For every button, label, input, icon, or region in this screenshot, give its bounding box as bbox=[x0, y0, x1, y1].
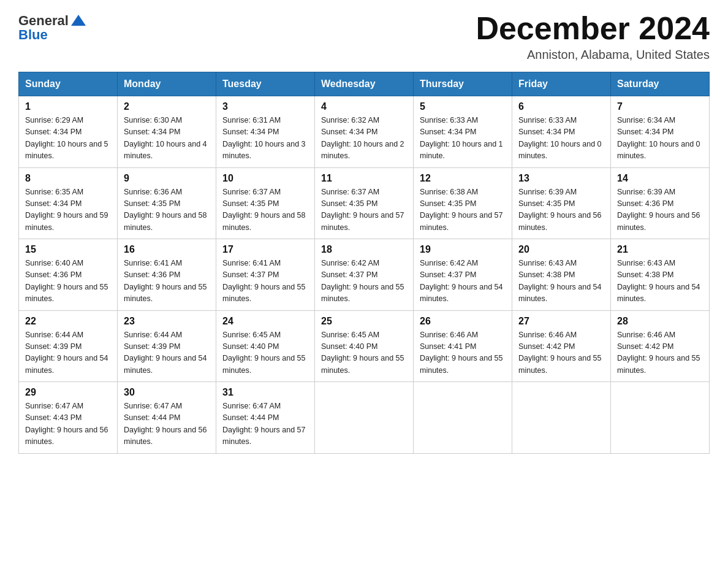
day-number: 22 bbox=[25, 316, 111, 327]
day-number: 14 bbox=[617, 173, 703, 184]
day-number: 17 bbox=[222, 244, 308, 255]
day-info: Sunrise: 6:29 AMSunset: 4:34 PMDaylight:… bbox=[25, 115, 111, 163]
day-info: Sunrise: 6:33 AMSunset: 4:34 PMDaylight:… bbox=[420, 115, 506, 163]
calendar-cell: 21Sunrise: 6:43 AMSunset: 4:38 PMDayligh… bbox=[611, 239, 710, 311]
day-info: Sunrise: 6:45 AMSunset: 4:40 PMDaylight:… bbox=[222, 329, 308, 377]
month-year-title: December 2024 bbox=[476, 12, 710, 44]
day-info: Sunrise: 6:34 AMSunset: 4:34 PMDaylight:… bbox=[617, 115, 703, 163]
calendar-cell: 11Sunrise: 6:37 AMSunset: 4:35 PMDayligh… bbox=[315, 167, 414, 239]
day-info: Sunrise: 6:40 AMSunset: 4:36 PMDaylight:… bbox=[25, 258, 111, 305]
calendar-cell: 30Sunrise: 6:47 AMSunset: 4:44 PMDayligh… bbox=[118, 382, 216, 454]
day-info: Sunrise: 6:38 AMSunset: 4:35 PMDaylight:… bbox=[420, 186, 506, 234]
day-info: Sunrise: 6:43 AMSunset: 4:38 PMDaylight:… bbox=[617, 258, 703, 305]
calendar-cell: 10Sunrise: 6:37 AMSunset: 4:35 PMDayligh… bbox=[216, 167, 315, 239]
day-info: Sunrise: 6:44 AMSunset: 4:39 PMDaylight:… bbox=[124, 329, 210, 377]
day-number: 20 bbox=[518, 244, 604, 255]
title-area: December 2024 Anniston, Alabama, United … bbox=[476, 12, 710, 62]
day-info: Sunrise: 6:39 AMSunset: 4:36 PMDaylight:… bbox=[617, 186, 703, 234]
calendar-cell: 13Sunrise: 6:39 AMSunset: 4:35 PMDayligh… bbox=[512, 167, 611, 239]
day-number: 31 bbox=[222, 387, 308, 398]
svg-marker-0 bbox=[71, 15, 86, 26]
calendar-cell: 27Sunrise: 6:46 AMSunset: 4:42 PMDayligh… bbox=[512, 310, 611, 382]
day-info: Sunrise: 6:42 AMSunset: 4:37 PMDaylight:… bbox=[321, 258, 407, 305]
column-header-saturday: Saturday bbox=[611, 72, 710, 96]
week-row-3: 15Sunrise: 6:40 AMSunset: 4:36 PMDayligh… bbox=[19, 239, 710, 311]
column-header-friday: Friday bbox=[512, 72, 611, 96]
day-number: 13 bbox=[518, 173, 604, 184]
day-info: Sunrise: 6:31 AMSunset: 4:34 PMDaylight:… bbox=[222, 115, 308, 163]
day-info: Sunrise: 6:32 AMSunset: 4:34 PMDaylight:… bbox=[321, 115, 407, 163]
week-row-5: 29Sunrise: 6:47 AMSunset: 4:43 PMDayligh… bbox=[19, 382, 710, 454]
day-info: Sunrise: 6:43 AMSunset: 4:38 PMDaylight:… bbox=[518, 258, 604, 305]
day-info: Sunrise: 6:45 AMSunset: 4:40 PMDaylight:… bbox=[321, 329, 407, 377]
logo: General Blue bbox=[18, 12, 87, 43]
header: General Blue December 2024 Anniston, Ala… bbox=[18, 12, 710, 62]
day-number: 2 bbox=[124, 101, 210, 112]
day-info: Sunrise: 6:35 AMSunset: 4:34 PMDaylight:… bbox=[25, 186, 111, 234]
calendar-cell: 24Sunrise: 6:45 AMSunset: 4:40 PMDayligh… bbox=[216, 310, 315, 382]
day-number: 19 bbox=[420, 244, 506, 255]
day-number: 10 bbox=[222, 173, 308, 184]
day-info: Sunrise: 6:33 AMSunset: 4:34 PMDaylight:… bbox=[518, 115, 604, 163]
day-info: Sunrise: 6:37 AMSunset: 4:35 PMDaylight:… bbox=[321, 186, 407, 234]
logo-icon bbox=[70, 12, 87, 29]
calendar-cell: 5Sunrise: 6:33 AMSunset: 4:34 PMDaylight… bbox=[414, 96, 512, 168]
calendar-cell: 12Sunrise: 6:38 AMSunset: 4:35 PMDayligh… bbox=[414, 167, 512, 239]
location-subtitle: Anniston, Alabama, United States bbox=[476, 48, 710, 62]
day-number: 21 bbox=[617, 244, 703, 255]
day-number: 28 bbox=[617, 316, 703, 327]
column-header-thursday: Thursday bbox=[414, 72, 512, 96]
day-info: Sunrise: 6:47 AMSunset: 4:44 PMDaylight:… bbox=[124, 400, 210, 448]
calendar-cell: 7Sunrise: 6:34 AMSunset: 4:34 PMDaylight… bbox=[611, 96, 710, 168]
calendar-cell bbox=[315, 382, 414, 454]
calendar-header-row: SundayMondayTuesdayWednesdayThursdayFrid… bbox=[19, 72, 710, 96]
day-info: Sunrise: 6:42 AMSunset: 4:37 PMDaylight:… bbox=[420, 258, 506, 305]
day-number: 25 bbox=[321, 316, 407, 327]
calendar-cell: 9Sunrise: 6:36 AMSunset: 4:35 PMDaylight… bbox=[118, 167, 216, 239]
day-info: Sunrise: 6:37 AMSunset: 4:35 PMDaylight:… bbox=[222, 186, 308, 234]
calendar-cell: 20Sunrise: 6:43 AMSunset: 4:38 PMDayligh… bbox=[512, 239, 611, 311]
day-number: 18 bbox=[321, 244, 407, 255]
calendar-cell: 15Sunrise: 6:40 AMSunset: 4:36 PMDayligh… bbox=[19, 239, 118, 311]
day-number: 4 bbox=[321, 101, 407, 112]
day-info: Sunrise: 6:36 AMSunset: 4:35 PMDaylight:… bbox=[124, 186, 210, 234]
day-info: Sunrise: 6:41 AMSunset: 4:37 PMDaylight:… bbox=[222, 258, 308, 305]
calendar-cell: 22Sunrise: 6:44 AMSunset: 4:39 PMDayligh… bbox=[19, 310, 118, 382]
day-info: Sunrise: 6:47 AMSunset: 4:43 PMDaylight:… bbox=[25, 400, 111, 448]
calendar-cell: 29Sunrise: 6:47 AMSunset: 4:43 PMDayligh… bbox=[19, 382, 118, 454]
day-number: 29 bbox=[25, 387, 111, 398]
day-number: 30 bbox=[124, 387, 210, 398]
column-header-tuesday: Tuesday bbox=[216, 72, 315, 96]
calendar-cell: 3Sunrise: 6:31 AMSunset: 4:34 PMDaylight… bbox=[216, 96, 315, 168]
day-number: 24 bbox=[222, 316, 308, 327]
calendar-cell: 16Sunrise: 6:41 AMSunset: 4:36 PMDayligh… bbox=[118, 239, 216, 311]
calendar-cell: 28Sunrise: 6:46 AMSunset: 4:42 PMDayligh… bbox=[611, 310, 710, 382]
day-info: Sunrise: 6:44 AMSunset: 4:39 PMDaylight:… bbox=[25, 329, 111, 377]
calendar-cell: 6Sunrise: 6:33 AMSunset: 4:34 PMDaylight… bbox=[512, 96, 611, 168]
day-info: Sunrise: 6:46 AMSunset: 4:42 PMDaylight:… bbox=[617, 329, 703, 377]
day-number: 8 bbox=[25, 173, 111, 184]
day-info: Sunrise: 6:46 AMSunset: 4:41 PMDaylight:… bbox=[420, 329, 506, 377]
column-header-wednesday: Wednesday bbox=[315, 72, 414, 96]
logo-blue-text: Blue bbox=[18, 27, 48, 43]
column-header-monday: Monday bbox=[118, 72, 216, 96]
day-number: 7 bbox=[617, 101, 703, 112]
day-number: 26 bbox=[420, 316, 506, 327]
day-number: 12 bbox=[420, 173, 506, 184]
day-number: 15 bbox=[25, 244, 111, 255]
day-number: 5 bbox=[420, 101, 506, 112]
day-info: Sunrise: 6:46 AMSunset: 4:42 PMDaylight:… bbox=[518, 329, 604, 377]
day-number: 9 bbox=[124, 173, 210, 184]
calendar-cell: 19Sunrise: 6:42 AMSunset: 4:37 PMDayligh… bbox=[414, 239, 512, 311]
day-info: Sunrise: 6:30 AMSunset: 4:34 PMDaylight:… bbox=[124, 115, 210, 163]
week-row-4: 22Sunrise: 6:44 AMSunset: 4:39 PMDayligh… bbox=[19, 310, 710, 382]
calendar-cell: 18Sunrise: 6:42 AMSunset: 4:37 PMDayligh… bbox=[315, 239, 414, 311]
calendar-cell: 23Sunrise: 6:44 AMSunset: 4:39 PMDayligh… bbox=[118, 310, 216, 382]
calendar-cell: 14Sunrise: 6:39 AMSunset: 4:36 PMDayligh… bbox=[611, 167, 710, 239]
day-number: 16 bbox=[124, 244, 210, 255]
calendar-cell: 8Sunrise: 6:35 AMSunset: 4:34 PMDaylight… bbox=[19, 167, 118, 239]
day-number: 27 bbox=[518, 316, 604, 327]
day-info: Sunrise: 6:39 AMSunset: 4:35 PMDaylight:… bbox=[518, 186, 604, 234]
day-number: 11 bbox=[321, 173, 407, 184]
day-number: 23 bbox=[124, 316, 210, 327]
